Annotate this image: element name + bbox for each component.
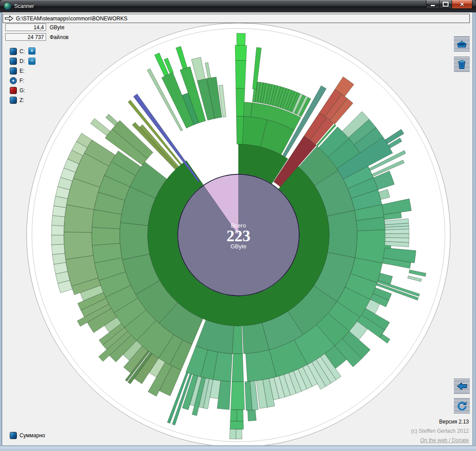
recycle-bin-icon (456, 59, 467, 70)
files-unit-label: Файлов (50, 34, 69, 40)
recycle-bin-button[interactable] (454, 57, 470, 72)
drive-label: F: (20, 78, 24, 84)
scanner-window: Scanner ✕ Всего 223 GByte G:\STEAM\steam… (0, 0, 476, 451)
size-unit-label: GByte (50, 24, 64, 31)
files-value-box: 24 737 (5, 33, 46, 41)
back-button[interactable] (454, 379, 470, 394)
drive-label: G: (20, 87, 25, 94)
drive-item-z[interactable]: Z: (10, 97, 24, 104)
drive-label: C: (20, 48, 25, 55)
copyright-text: (c) Steffen Gerlach 2012 (411, 428, 469, 434)
drive-label: D: (20, 58, 25, 64)
summary-label: Суммарно (20, 432, 45, 439)
depth-plus-button[interactable]: + (28, 47, 35, 55)
rescan-icon (456, 400, 467, 411)
open-box-icon (456, 39, 468, 49)
sunburst-chart[interactable] (0, 0, 476, 451)
summary-toggle[interactable]: Суммарно (10, 432, 45, 439)
drive-label: Z: (20, 97, 24, 103)
version-text: Версия 2.13 (439, 419, 469, 425)
summary-drive-icon (10, 432, 17, 439)
drive-item-e[interactable]: E: (10, 67, 24, 75)
hdd-drive-icon (10, 58, 17, 65)
web-donate-link[interactable]: On the web / Donate (420, 437, 469, 443)
cd-drive-icon (10, 77, 17, 84)
hdd-drive-icon (10, 67, 17, 75)
depth-minus-button[interactable]: − (28, 58, 35, 65)
path-arrow-icon (5, 16, 13, 21)
size-value-box: 14,4 (5, 24, 46, 31)
drive-item-f[interactable]: F: (10, 77, 24, 84)
open-box-button[interactable] (454, 36, 470, 51)
hdd-drive-icon (10, 97, 17, 104)
back-arrow-icon (456, 381, 468, 391)
drive-item-c[interactable]: C: (10, 48, 25, 55)
rescan-button[interactable] (454, 398, 470, 413)
hdd-drive-red-icon (10, 87, 17, 94)
drive-item-d[interactable]: D: (10, 58, 25, 65)
current-path-bar[interactable]: G:\STEAM\steamapps\common\BONEWORKS (3, 14, 470, 23)
current-path: G:\STEAM\steamapps\common\BONEWORKS (16, 16, 127, 22)
hdd-drive-icon (10, 48, 17, 55)
drive-label: E: (20, 68, 24, 74)
drive-item-g[interactable]: G: (10, 87, 25, 94)
